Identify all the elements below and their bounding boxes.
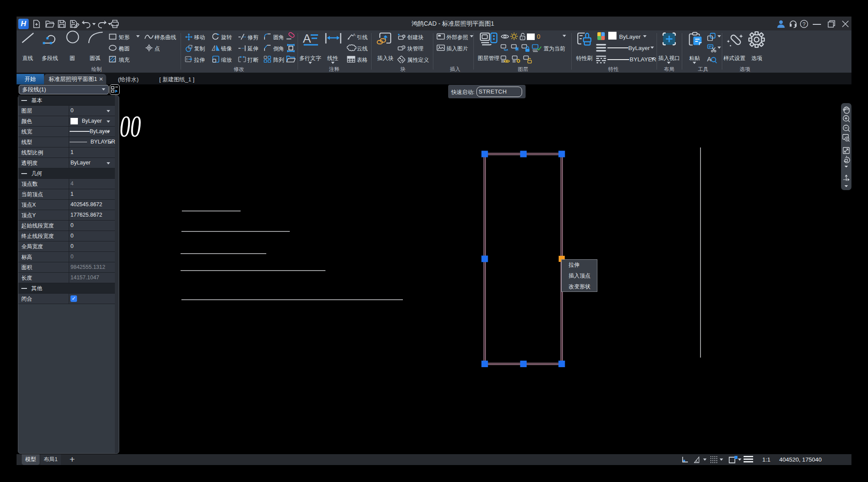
svg-text:A: A: [303, 32, 311, 45]
svg-text:A: A: [353, 33, 355, 37]
svg-text:?: ?: [803, 21, 806, 27]
svg-text:A: A: [707, 55, 711, 63]
